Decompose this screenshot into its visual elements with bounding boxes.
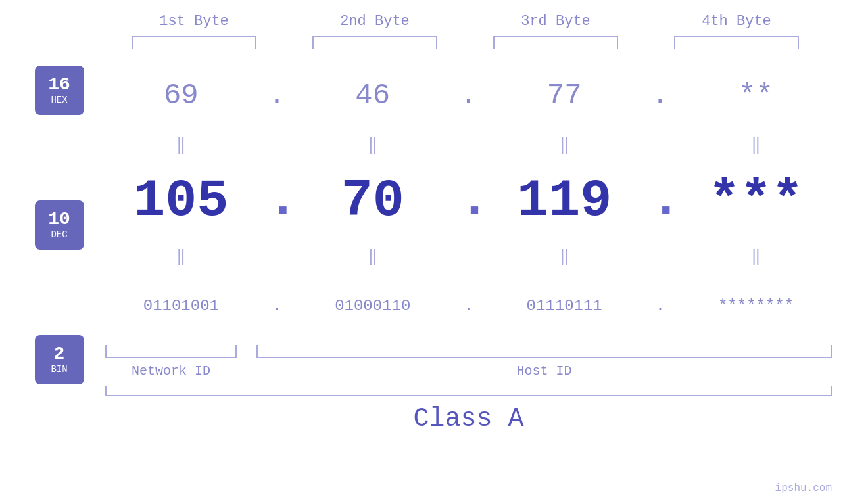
bin-dot-3: . [650, 297, 670, 315]
bin-badge: 2 BIN [35, 335, 84, 384]
dec-cell-2: 70 [307, 171, 439, 231]
bracket-top-4 [674, 36, 799, 49]
bin-dot-1: . [267, 297, 287, 315]
bin-cell-3: 01110111 [498, 297, 630, 315]
dec-badge-label: DEC [51, 230, 67, 240]
bottom-brackets-row [92, 345, 845, 358]
dec-badge-number: 10 [48, 210, 70, 230]
content-area: 16 HEX 10 DEC 2 BIN 69 . [0, 59, 845, 434]
dec-badge: 10 DEC [35, 200, 84, 250]
dec-cell-3: 119 [498, 171, 630, 231]
hex-badge: 16 HEX [35, 66, 84, 115]
class-label: Class A [92, 404, 845, 434]
bin-cell-2: 01000110 [307, 297, 439, 315]
hex-value-3: 77 [547, 79, 582, 112]
id-labels: Network ID Host ID [92, 363, 845, 378]
network-id-label: Network ID [105, 363, 237, 378]
hex-value-1: 69 [164, 79, 199, 112]
main-container: 1st Byte 2nd Byte 3rd Byte 4th Byte 16 H… [0, 0, 845, 504]
outer-bracket [105, 386, 832, 396]
equals-row-1: ‖ ‖ ‖ ‖ [92, 131, 845, 158]
byte-2-label: 2nd Byte [309, 13, 441, 30]
bin-badge-number: 2 [54, 344, 65, 365]
bin-cell-1: 01101001 [115, 297, 247, 315]
byte-4-label: 4th Byte [671, 13, 802, 30]
hex-value-4: ** [738, 79, 773, 112]
hex-value-2: 46 [355, 79, 390, 112]
badges-column: 16 HEX 10 DEC 2 BIN [0, 59, 92, 434]
host-id-label: Host ID [256, 363, 832, 378]
eq-1-2: ‖ [307, 135, 439, 154]
bin-value-4: ******** [718, 297, 794, 315]
byte-1-label: 1st Byte [128, 13, 260, 30]
hex-cell-3: 77 [498, 79, 630, 112]
eq-2-4: ‖ [690, 247, 822, 266]
eq-1-4: ‖ [690, 135, 822, 154]
dec-value-1: 105 [133, 171, 228, 231]
bin-badge-label: BIN [51, 365, 67, 375]
equals-row-2: ‖ ‖ ‖ ‖ [92, 243, 845, 269]
bracket-network [105, 345, 237, 358]
dec-cell-4: *** [690, 171, 822, 231]
dec-value-3: 119 [517, 171, 612, 231]
bin-dot-2: . [458, 297, 478, 315]
eq-1-1: ‖ [115, 135, 247, 154]
hex-dot-1: . [267, 79, 287, 112]
hex-badge-number: 16 [48, 75, 70, 95]
bracket-top-2 [312, 36, 437, 49]
byte-headers: 1st Byte 2nd Byte 3rd Byte 4th Byte [104, 13, 827, 30]
bin-value-3: 01110111 [527, 297, 602, 315]
eq-2-2: ‖ [307, 247, 439, 266]
bracket-host [256, 345, 832, 358]
dec-row: 105 . 70 . 119 . *** [92, 158, 845, 243]
hex-badge-label: HEX [51, 95, 67, 105]
eq-2-3: ‖ [498, 247, 630, 266]
data-columns: 69 . 46 . 77 . ** ‖ ‖ [92, 59, 845, 434]
watermark: ipshu.com [775, 482, 832, 494]
dec-dot-3: . [650, 174, 670, 227]
top-brackets [104, 36, 827, 49]
dec-dot-2: . [458, 174, 478, 227]
hex-cell-1: 69 [115, 79, 247, 112]
hex-dot-3: . [650, 79, 670, 112]
dec-value-2: 70 [341, 171, 404, 231]
bracket-top-3 [493, 36, 618, 49]
dec-value-4: *** [709, 171, 804, 231]
hex-cell-2: 46 [307, 79, 439, 112]
byte-3-label: 3rd Byte [490, 13, 621, 30]
eq-1-3: ‖ [498, 135, 630, 154]
bin-cell-4: ******** [690, 297, 822, 315]
hex-cell-4: ** [690, 79, 822, 112]
bin-row: 01101001 . 01000110 . 01110111 . *******… [92, 269, 845, 342]
bracket-top-1 [132, 36, 256, 49]
hex-dot-2: . [458, 79, 478, 112]
dec-dot-1: . [267, 174, 287, 227]
bin-value-2: 01000110 [335, 297, 410, 315]
eq-2-1: ‖ [115, 247, 247, 266]
bin-value-1: 01101001 [143, 297, 219, 315]
dec-cell-1: 105 [115, 171, 247, 231]
hex-row: 69 . 46 . 77 . ** [92, 59, 845, 131]
